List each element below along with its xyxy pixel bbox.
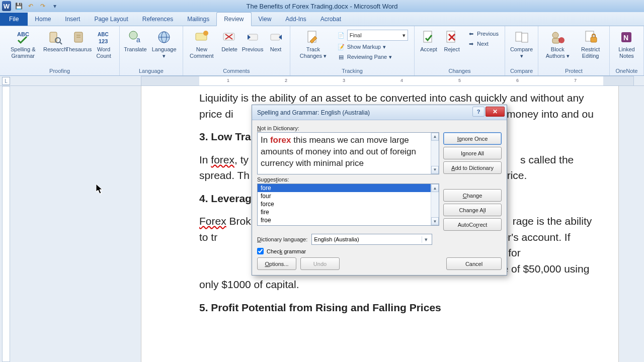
group-onenote: N Linked Notes OneNote (610, 26, 644, 75)
qat-dropdown-icon[interactable]: ▾ (50, 2, 59, 11)
dialog-help-button[interactable]: ? (472, 107, 485, 117)
accept-icon (421, 29, 437, 45)
tab-page-layout[interactable]: Page Layout (87, 13, 135, 26)
reject-button[interactable]: Reject (441, 28, 463, 54)
check-grammar-checkbox[interactable]: Check grammar (257, 248, 502, 254)
suggestion-item[interactable]: froe (258, 216, 439, 224)
reviewing-pane-button[interactable]: ▤Reviewing Pane ▾ (335, 52, 410, 61)
group-language-label: Language (123, 67, 179, 75)
not-in-dictionary-textbox[interactable]: In forex this means we can move large am… (257, 132, 439, 174)
group-proofing: ABC Spelling & Grammar Research Thesauru… (0, 26, 120, 75)
redo-icon[interactable]: ↷ (38, 2, 47, 11)
tab-acrobat[interactable]: Acrobat (313, 13, 348, 26)
pane-icon: ▤ (337, 53, 345, 61)
suggestion-item[interactable]: force (258, 200, 439, 208)
textbox-scrollbar[interactable]: ▲▼ (431, 133, 439, 174)
tab-home[interactable]: Home (28, 13, 58, 26)
compare-label: Compare ▾ (510, 46, 533, 59)
svg-line-3 (60, 42, 62, 44)
svg-rect-32 (591, 37, 597, 42)
spelling-grammar-button[interactable]: ABC Spelling & Grammar (3, 28, 43, 60)
suggestion-item[interactable]: four (258, 192, 439, 200)
autocorrect-button[interactable]: AutoCorrect (443, 218, 502, 231)
track-changes-button[interactable]: Track Changes ▾ (293, 28, 333, 60)
dictionary-language-select[interactable]: English (Australia) ▾ (311, 234, 432, 245)
scroll-down-icon[interactable]: ▼ (431, 217, 439, 225)
block-authors-button[interactable]: Block Authors ▾ (541, 28, 574, 60)
suggestion-item[interactable]: fore (258, 184, 439, 192)
ignore-once-button[interactable]: Ignore Once (443, 132, 502, 145)
globe-icon (156, 29, 172, 45)
suggestions-listbox[interactable]: fore four force fire froe ▲▼ (257, 184, 439, 226)
linked-notes-button[interactable]: N Linked Notes (613, 28, 640, 60)
previous-change-button[interactable]: ⬅Previous (465, 29, 501, 38)
tab-view[interactable]: View (252, 13, 279, 26)
cancel-button[interactable]: Cancel (446, 257, 502, 270)
suggestion-item[interactable]: fire (258, 208, 439, 216)
next-change-label: Next (477, 41, 489, 47)
ruler-tick: 2 (285, 78, 287, 83)
tab-selector[interactable]: L (2, 77, 10, 85)
group-comments: New Comment Delete Previous Next Comment… (183, 26, 290, 75)
undo-icon[interactable]: ↶ (26, 2, 35, 11)
titlebar: W 💾 ↶ ↷ ▾ The Benefits of Forex Trading.… (0, 0, 644, 12)
delete-comment-button[interactable]: Delete (218, 28, 240, 54)
next-comment-button[interactable]: Next (265, 28, 287, 54)
translate-button[interactable]: a Translate (123, 28, 147, 54)
word-count-button[interactable]: ABC123 Word Count (91, 28, 116, 60)
svg-text:ABC: ABC (17, 31, 29, 37)
tab-references[interactable]: References (135, 13, 180, 26)
spelling-grammar-label: Spelling & Grammar (5, 46, 41, 59)
scroll-up-icon[interactable]: ▲ (431, 133, 439, 141)
save-icon[interactable]: 💾 (14, 2, 23, 11)
tab-insert[interactable]: Insert (58, 13, 87, 26)
tab-add-ins[interactable]: Add-Ins (278, 13, 313, 26)
scroll-down-icon[interactable]: ▼ (431, 166, 439, 174)
new-comment-label: New Comment (188, 46, 215, 59)
ruler-tick: 7 (574, 78, 577, 83)
next-change-button[interactable]: ➡Next (465, 39, 501, 48)
previous-comment-button[interactable]: Previous (242, 28, 264, 54)
check-grammar-input[interactable] (257, 248, 264, 254)
svg-point-28 (552, 32, 558, 38)
listbox-scrollbar[interactable]: ▲▼ (431, 184, 439, 225)
tab-file[interactable]: File (0, 13, 28, 26)
dictionary-language-value: English (Australia) (314, 236, 359, 242)
group-changes: Accept Reject ⬅Previous ➡Next Changes (415, 26, 505, 75)
thesaurus-button[interactable]: Thesaurus (67, 28, 90, 54)
ruler-tick: 1 (227, 78, 229, 83)
language-button[interactable]: Language ▾ (149, 28, 180, 60)
tab-review[interactable]: Review (216, 12, 251, 26)
ignore-all-button[interactable]: Ignore All (443, 147, 502, 159)
translate-label: Translate (124, 46, 146, 53)
next-comment-label: Next (270, 46, 282, 53)
restrict-editing-button[interactable]: Restrict Editing (575, 28, 606, 60)
compare-button[interactable]: Compare ▾ (508, 28, 535, 60)
undo-button: Undo (300, 257, 340, 270)
tab-mailings[interactable]: Mailings (180, 13, 216, 26)
ruler-tick: 5 (458, 78, 461, 83)
chevron-down-icon: ▾ (403, 32, 406, 39)
change-all-button[interactable]: Change All (443, 204, 502, 216)
book-search-icon (47, 29, 63, 45)
options-button[interactable]: Options... (257, 257, 296, 270)
display-for-review-combo[interactable]: 📄 Final▾ (335, 29, 410, 41)
show-markup-button[interactable]: 📝Show Markup ▾ (335, 42, 410, 51)
svg-text:123: 123 (99, 38, 108, 44)
ruler-tick: 6 (516, 78, 519, 83)
scroll-up-icon[interactable]: ▲ (431, 184, 439, 192)
spelling-error: forex (211, 154, 234, 165)
new-comment-button[interactable]: New Comment (186, 28, 217, 60)
change-button[interactable]: Change (443, 189, 502, 202)
svg-text:ABC: ABC (98, 32, 109, 37)
word-count-label: Word Count (93, 46, 114, 59)
vertical-ruler[interactable] (2, 86, 10, 362)
horizontal-ruler[interactable]: 1 2 3 4 5 6 7 (141, 76, 634, 86)
add-to-dictionary-button[interactable]: Add to Dictionary (443, 161, 502, 174)
group-proofing-label: Proofing (3, 67, 116, 75)
accept-button[interactable]: Accept (418, 28, 440, 54)
dialog-close-button[interactable]: ✕ (486, 107, 505, 117)
svg-text:N: N (623, 34, 628, 42)
dialog-titlebar[interactable]: Spelling and Grammar: English (Australia… (252, 105, 507, 120)
research-button[interactable]: Research (44, 28, 66, 54)
